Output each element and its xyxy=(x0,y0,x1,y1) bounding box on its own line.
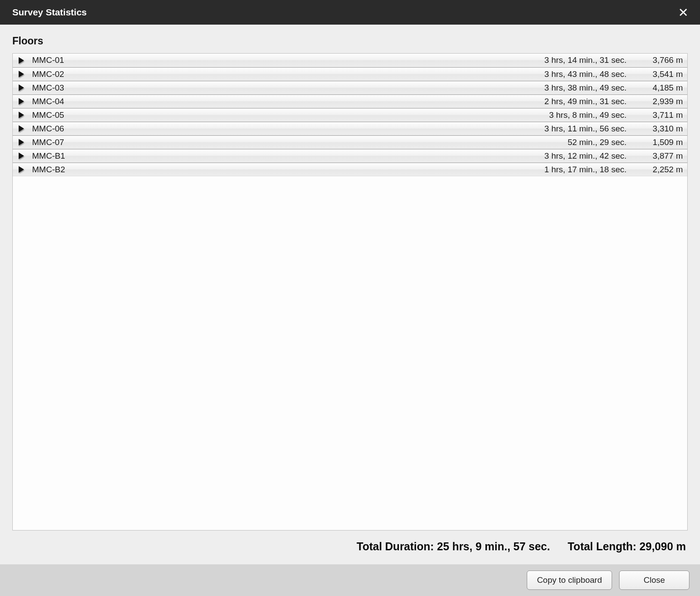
content-area: Floors MMC-013 hrs, 14 min., 31 sec.3,76… xyxy=(0,25,700,564)
floor-length: 3,877 m xyxy=(634,151,683,161)
expand-icon[interactable] xyxy=(16,57,26,64)
floor-length: 2,252 m xyxy=(634,165,683,174)
floor-length: 3,541 m xyxy=(634,69,683,79)
expand-icon[interactable] xyxy=(16,139,26,145)
total-duration-label: Total Duration: xyxy=(357,540,434,552)
svg-marker-2 xyxy=(18,57,24,64)
section-title: Floors xyxy=(12,35,688,47)
svg-marker-9 xyxy=(18,153,24,159)
floor-list: MMC-013 hrs, 14 min., 31 sec.3,766 mMMC-… xyxy=(12,53,688,531)
floor-length: 3,711 m xyxy=(634,110,683,120)
floor-row[interactable]: MMC-033 hrs, 38 min., 49 sec.4,185 m xyxy=(13,81,687,94)
floor-length: 3,310 m xyxy=(634,124,683,134)
svg-marker-4 xyxy=(18,84,24,91)
floor-name: MMC-05 xyxy=(32,110,520,120)
floor-row[interactable]: MMC-042 hrs, 49 min., 31 sec.2,939 m xyxy=(13,94,687,108)
floor-duration: 3 hrs, 43 min., 48 sec. xyxy=(520,69,634,79)
svg-marker-6 xyxy=(18,112,24,118)
close-button[interactable]: Close xyxy=(619,571,689,590)
floor-name: MMC-02 xyxy=(32,69,520,79)
expand-icon[interactable] xyxy=(16,98,26,105)
floor-length: 4,185 m xyxy=(634,83,683,93)
floor-name: MMC-01 xyxy=(32,55,520,65)
close-icon[interactable] xyxy=(677,6,689,18)
title-bar: Survey Statistics xyxy=(0,0,700,25)
svg-marker-7 xyxy=(18,125,24,132)
floor-duration: 3 hrs, 11 min., 56 sec. xyxy=(520,124,634,134)
floor-length: 1,509 m xyxy=(634,138,683,147)
expand-icon[interactable] xyxy=(16,153,26,159)
floor-duration: 52 min., 29 sec. xyxy=(520,138,634,147)
totals-bar: Total Duration: 25 hrs, 9 min., 57 sec. … xyxy=(12,531,688,561)
total-duration-value: 25 hrs, 9 min., 57 sec. xyxy=(437,540,550,552)
svg-marker-8 xyxy=(18,139,24,145)
floor-name: MMC-07 xyxy=(32,138,520,147)
floor-row[interactable]: MMC-0752 min., 29 sec.1,509 m xyxy=(13,135,687,149)
floor-name: MMC-B2 xyxy=(32,165,520,174)
svg-marker-10 xyxy=(18,166,24,173)
copy-to-clipboard-button[interactable]: Copy to clipboard xyxy=(527,571,612,590)
floor-row[interactable]: MMC-053 hrs, 8 min., 49 sec.3,711 m xyxy=(13,108,687,122)
total-length-label: Total Length: xyxy=(568,540,636,552)
svg-marker-5 xyxy=(18,98,24,105)
floor-length: 3,766 m xyxy=(634,55,683,65)
floor-row[interactable]: MMC-063 hrs, 11 min., 56 sec.3,310 m xyxy=(13,122,687,135)
total-duration: Total Duration: 25 hrs, 9 min., 57 sec. xyxy=(357,540,550,553)
floor-row[interactable]: MMC-B13 hrs, 12 min., 42 sec.3,877 m xyxy=(13,149,687,163)
expand-icon[interactable] xyxy=(16,125,26,132)
floor-duration: 2 hrs, 49 min., 31 sec. xyxy=(520,97,634,106)
total-length-value: 29,090 m xyxy=(639,540,686,552)
floor-row[interactable]: MMC-013 hrs, 14 min., 31 sec.3,766 m xyxy=(13,54,687,67)
footer-bar: Copy to clipboard Close xyxy=(0,564,700,596)
floor-name: MMC-B1 xyxy=(32,151,520,161)
expand-icon[interactable] xyxy=(16,71,26,77)
total-length: Total Length: 29,090 m xyxy=(568,540,686,553)
expand-icon[interactable] xyxy=(16,112,26,118)
floor-duration: 3 hrs, 8 min., 49 sec. xyxy=(520,110,634,120)
window-title: Survey Statistics xyxy=(12,7,87,18)
floor-duration: 1 hrs, 17 min., 18 sec. xyxy=(520,165,634,174)
floor-length: 2,939 m xyxy=(634,97,683,106)
floor-row[interactable]: MMC-B21 hrs, 17 min., 18 sec.2,252 m xyxy=(13,163,687,176)
expand-icon[interactable] xyxy=(16,84,26,91)
floor-name: MMC-03 xyxy=(32,83,520,93)
floor-duration: 3 hrs, 38 min., 49 sec. xyxy=(520,83,634,93)
floor-name: MMC-06 xyxy=(32,124,520,134)
floor-duration: 3 hrs, 12 min., 42 sec. xyxy=(520,151,634,161)
floor-duration: 3 hrs, 14 min., 31 sec. xyxy=(520,55,634,65)
floor-row[interactable]: MMC-023 hrs, 43 min., 48 sec.3,541 m xyxy=(13,67,687,81)
svg-marker-3 xyxy=(18,71,24,77)
floor-name: MMC-04 xyxy=(32,97,520,106)
expand-icon[interactable] xyxy=(16,166,26,173)
